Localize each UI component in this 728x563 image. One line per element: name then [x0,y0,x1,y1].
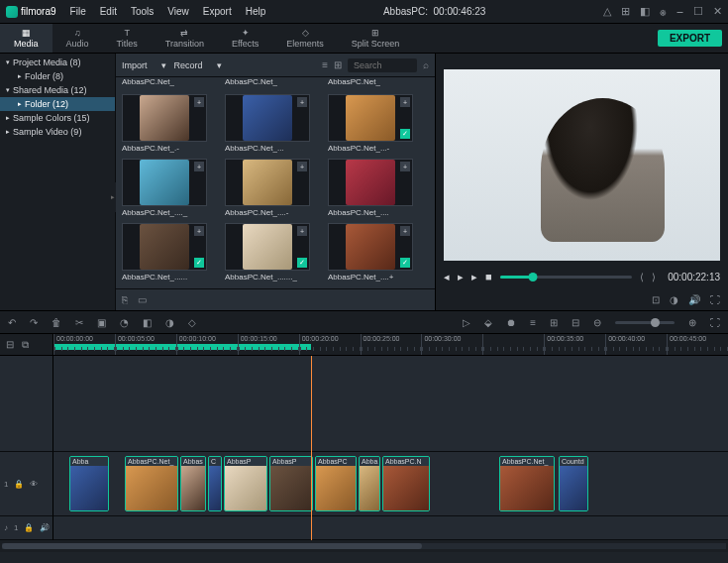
timeline-scrollbar[interactable] [0,540,728,552]
search-icon[interactable]: ⌕ [423,59,429,70]
ripple-icon[interactable]: ⊟ [6,339,14,350]
menu-file[interactable]: File [70,6,86,17]
timeline-clip[interactable]: Abba [359,456,380,511]
import-dropdown[interactable]: Import▾ [122,60,166,70]
media-item[interactable]: +✓AbbasPC.Net_...... [122,223,207,282]
mute-icon[interactable]: 🔊 [40,523,50,532]
manage-tracks-icon[interactable]: ⊟ [572,317,579,328]
timeline-clip[interactable]: AbbasPC.Net_ [125,456,178,511]
quality-icon[interactable]: ◑ [670,294,678,305]
tree-item[interactable]: ▸Sample Video (9) [0,125,115,139]
mic-icon[interactable]: ◧ [640,5,650,18]
media-item[interactable]: +✓AbbasPC.Net_......._ [225,223,310,282]
menu-tools[interactable]: Tools [131,6,154,17]
tab-media[interactable]: ▦Media [0,24,52,53]
add-icon[interactable]: + [194,226,204,236]
timeline-clip[interactable]: AbbasPC.Net_ [499,456,555,511]
video-track-header[interactable]: 1 🔒 👁 [0,452,53,516]
add-icon[interactable]: + [400,226,410,236]
media-item[interactable]: AbbasPC.Net_ [225,77,310,88]
split-icon[interactable]: ✂ [75,317,83,328]
step-fwd-button[interactable]: ⟩ [652,272,656,282]
menu-export[interactable]: Export [203,6,232,17]
tree-item[interactable]: ▾Shared Media (12) [0,83,115,97]
tab-titles[interactable]: TTitles [103,24,152,53]
seek-bar[interactable] [500,276,633,279]
zoom-knob[interactable] [651,318,660,327]
add-icon[interactable]: + [297,97,307,107]
timeline-clip[interactable]: AbbasPC.N [382,456,430,511]
tree-item[interactable]: ▸Folder (8) [0,69,115,83]
zoom-in-icon[interactable]: ⊕ [688,317,696,328]
timeline-ruler[interactable]: 00:00:00:0000:00:05:0000:00:10:0000:00:1… [53,334,728,355]
notify-icon[interactable]: ⎈ [660,6,667,18]
lock-icon[interactable]: 🔒 [14,480,24,489]
link-icon[interactable]: ⧉ [22,339,29,351]
media-item[interactable]: +AbbasPC.Net_.... [328,159,413,217]
step-back-button[interactable]: ⟨ [640,272,644,282]
sidebar-collapse-handle[interactable]: ▸ [110,182,116,212]
minimize-button[interactable]: ‒ [676,5,683,18]
delete-icon[interactable]: 🗑 [52,317,61,328]
menu-view[interactable]: View [167,6,189,17]
render-icon[interactable]: ▷ [463,317,470,328]
add-icon[interactable]: + [400,97,410,107]
media-item[interactable]: +✓AbbasPC.Net_....+ [328,223,413,282]
close-button[interactable]: ✕ [713,5,722,18]
add-icon[interactable]: + [194,97,204,107]
media-item[interactable]: +AbbasPC.Net_.- [122,94,207,153]
color-icon[interactable]: ◧ [143,317,152,328]
green-screen-icon[interactable]: ◑ [165,317,174,328]
lock-icon[interactable]: 🔒 [24,523,34,532]
prev-button[interactable]: ◂ [444,271,450,283]
speed-icon[interactable]: ◔ [120,317,129,328]
media-item[interactable]: +AbbasPC.Net_... [225,94,310,153]
zoom-fit-icon[interactable]: ⛶ [710,317,720,328]
export-button[interactable]: EXPORT [658,30,722,47]
tab-effects[interactable]: ✦Effects [218,24,272,53]
redo-icon[interactable]: ↷ [30,317,38,328]
timeline-clip[interactable]: Countd [559,456,588,511]
visibility-icon[interactable]: 👁 [30,480,38,489]
media-item[interactable]: +AbbasPC.Net_...._ [122,159,207,217]
scroll-thumb[interactable] [2,543,422,549]
tab-elements[interactable]: ◇Elements [272,24,338,53]
add-icon[interactable]: + [400,162,410,171]
marker-icon[interactable]: ⬙ [484,317,492,328]
add-icon[interactable]: + [297,162,307,171]
tab-split-screen[interactable]: ⊞Split Screen [338,24,414,53]
fx-icon[interactable]: ⊞ [621,5,630,18]
stop-button[interactable]: ■ [485,271,492,282]
timeline-clip[interactable]: C [208,456,222,511]
menu-help[interactable]: Help [246,6,266,17]
zoom-slider[interactable] [615,321,675,324]
adjust-icon[interactable]: ⊞ [550,317,558,328]
tab-transition[interactable]: ⇄Transition [152,24,218,53]
undo-icon[interactable]: ↶ [8,317,16,328]
tree-item[interactable]: ▾Project Media (8) [0,56,115,69]
tree-item[interactable]: ▸Sample Colors (15) [0,111,115,125]
tree-item[interactable]: ▸Folder (12) [0,97,115,111]
grid-view-icon[interactable]: ⊞ [334,59,342,70]
timeline-clip[interactable]: Abbas [180,456,206,511]
add-icon[interactable]: + [194,162,204,171]
maximize-button[interactable]: ☐ [693,5,703,18]
seek-knob[interactable] [529,273,538,282]
tracks-content[interactable]: AbbaAbbasPC.Net_AbbasCAbbasPAbbasPAbbasP… [53,356,728,540]
media-item[interactable]: AbbasPC.Net_ [328,77,413,88]
empty-track-row[interactable] [53,356,728,452]
audio-track-1[interactable] [53,516,728,540]
record-dropdown[interactable]: Record▾ [174,60,222,70]
media-item[interactable]: +✓AbbasPC.Net_...- [328,94,413,153]
timeline-clip[interactable]: AbbasP [269,456,313,511]
next-button[interactable]: ▸ [471,271,477,283]
fullscreen-icon[interactable]: ⛶ [710,294,720,305]
voiceover-icon[interactable]: ⏺ [506,317,516,328]
new-folder-icon[interactable]: ⎘ [122,294,128,305]
user-icon[interactable]: △ [603,5,611,18]
audio-track-header[interactable]: ♪ 1 🔒 🔊 [0,516,53,540]
crop-icon[interactable]: ▣ [97,317,106,328]
menu-edit[interactable]: Edit [100,6,117,17]
playhead[interactable] [311,356,312,540]
timeline-clip[interactable]: Abba [69,456,109,511]
